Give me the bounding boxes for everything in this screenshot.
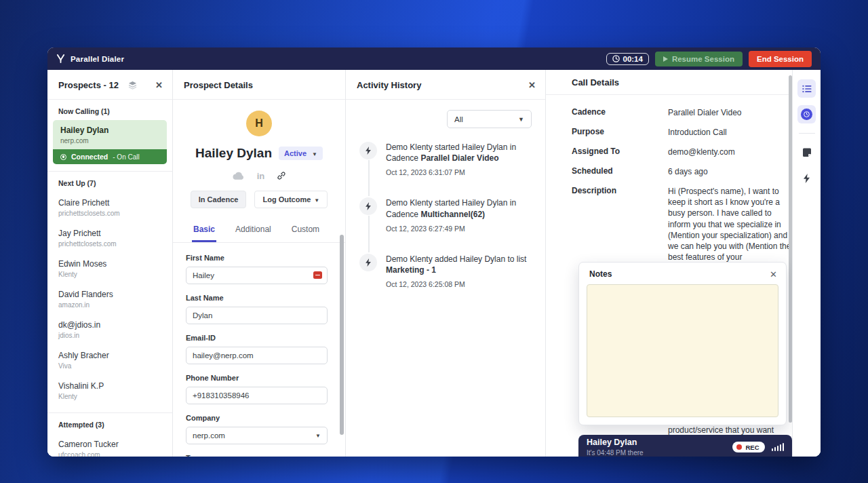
prospect-name: Edwin Moses xyxy=(58,259,161,269)
activity-text: Demo Klenty added Hailey Dylan to list xyxy=(386,254,526,264)
timeline-connector xyxy=(368,216,370,252)
prospect-name: Ashly Bracher xyxy=(58,351,161,360)
cloud-icon[interactable] xyxy=(232,172,245,180)
activity-text-bold: Parallel Dialer Video xyxy=(420,153,498,163)
detail-value: Parallel Dialer Video xyxy=(668,107,792,118)
log-outcome-label: Log Outcome xyxy=(262,195,311,204)
close-prospects-icon[interactable]: ✕ xyxy=(155,81,163,90)
phone-field[interactable] xyxy=(186,387,328,404)
list-item[interactable]: Vishalini K.P Klenty xyxy=(47,375,172,406)
tags-label: Tags xyxy=(186,454,328,457)
notes-note-icon[interactable] xyxy=(797,143,816,161)
do-not-call-icon xyxy=(313,271,322,279)
call-details-list-icon[interactable] xyxy=(797,79,816,98)
detail-label: Scheduled xyxy=(572,166,668,177)
prospects-title: Prospects - 12 xyxy=(58,80,119,90)
phone-label: Phone Number xyxy=(186,374,328,382)
activity-date: Oct 12, 2023 6:31:07 PM xyxy=(386,168,532,176)
detail-tabs: Basic Additional Custom xyxy=(173,220,345,243)
call-bar-name: Hailey Dylan xyxy=(587,438,644,447)
call-details-title: Call Details xyxy=(572,77,619,88)
resume-session-label: Resume Session xyxy=(672,55,734,63)
list-item[interactable]: Cameron Tucker ufccoach.com xyxy=(47,433,172,457)
details-scrollbar[interactable] xyxy=(340,235,344,435)
tab-custom[interactable]: Custom xyxy=(290,220,321,242)
call-detail-row: Description Hi (Prospect's name), I want… xyxy=(572,186,792,263)
status-badge-label: Active xyxy=(284,149,307,157)
activity-text-bold: Multichannel(62) xyxy=(420,210,485,219)
tab-additional[interactable]: Additional xyxy=(234,220,273,242)
last-name-label: Last Name xyxy=(186,294,328,302)
activity-item: Demo Klenty started Hailey Dylan in Cade… xyxy=(359,142,532,197)
link-icon[interactable] xyxy=(277,171,286,180)
list-item[interactable]: Edwin Moses Klenty xyxy=(47,253,172,284)
current-prospect-name: Hailey Dylan xyxy=(60,125,159,135)
signal-strength-icon xyxy=(772,443,785,451)
linkedin-icon[interactable]: in xyxy=(257,172,265,180)
call-detail-row: Assigned To demo@klenty.com xyxy=(572,147,792,157)
play-icon xyxy=(663,56,668,62)
list-item[interactable]: David Flanders amazon.in xyxy=(47,284,172,314)
notes-textarea[interactable] xyxy=(587,284,778,417)
status-badge[interactable]: Active ▼ xyxy=(279,147,323,160)
activity-item: Demo Klenty added Hailey Dylan to list M… xyxy=(359,254,532,309)
activity-item: Demo Klenty started Hailey Dylan in Cade… xyxy=(359,197,532,253)
now-calling-card[interactable]: Hailey Dylan nerp.com Connected - On Cal… xyxy=(53,120,167,164)
connected-radio-icon xyxy=(60,154,66,160)
list-item[interactable]: Jay Prichett prichettclosets.com xyxy=(47,223,172,253)
resume-session-button[interactable]: Resume Session xyxy=(655,52,743,66)
call-history-clock-icon[interactable] xyxy=(797,105,816,123)
tab-basic[interactable]: Basic xyxy=(192,220,216,242)
in-cadence-chip: In Cadence xyxy=(191,191,247,208)
chevron-down-icon: ▼ xyxy=(314,197,319,204)
prospect-company: prichettsclosets.com xyxy=(58,210,161,217)
detail-label: Assigned To xyxy=(572,147,668,157)
close-notes-icon[interactable]: ✕ xyxy=(770,270,777,279)
description-label: Description xyxy=(572,186,668,263)
prospect-company: jdios.in xyxy=(58,332,161,339)
list-item[interactable]: Claire Prichett prichettsclosets.com xyxy=(47,192,172,223)
detail-label: Cadence xyxy=(572,107,668,118)
prospect-name: dk@jdios.in xyxy=(58,320,161,330)
last-name-field[interactable] xyxy=(186,307,328,324)
quick-actions-bolt-icon[interactable] xyxy=(797,169,816,187)
parallel-dialer-icon xyxy=(56,54,65,63)
timer-value: 00:14 xyxy=(623,55,643,63)
current-prospect-company: nerp.com xyxy=(60,137,159,144)
prospect-company: prichettclosets.com xyxy=(58,240,161,248)
connected-status-bar: Connected - On Call xyxy=(53,149,167,164)
avatar: H xyxy=(246,111,272,136)
next-up-label: Next Up (7) xyxy=(47,172,172,192)
prospect-name: Cameron Tucker xyxy=(58,440,161,449)
email-label: Email-ID xyxy=(186,334,328,342)
first-name-field[interactable] xyxy=(186,267,328,284)
company-select[interactable]: nerp.com ▼ xyxy=(186,427,328,444)
chevron-down-icon: ▼ xyxy=(312,151,317,157)
log-outcome-button[interactable]: Log Outcome▼ xyxy=(254,191,328,208)
record-dot-icon xyxy=(736,444,742,450)
prospect-name: David Flanders xyxy=(58,290,161,299)
prospect-details-title: Prospect Details xyxy=(184,80,253,90)
end-session-button[interactable]: End Session xyxy=(749,51,812,67)
close-activity-icon[interactable]: ✕ xyxy=(528,81,536,90)
lightning-icon xyxy=(359,142,377,159)
call-detail-row: Scheduled 6 days ago xyxy=(572,166,792,177)
detail-value: 6 days ago xyxy=(668,166,792,177)
call-detail-row: Cadence Parallel Dialer Video xyxy=(572,107,792,118)
side-icon-rail xyxy=(792,70,821,457)
detail-value: demo@klenty.com xyxy=(668,147,792,157)
activity-filter-select[interactable]: All ▼ xyxy=(447,110,532,128)
divider xyxy=(799,133,815,134)
list-item[interactable]: dk@jdios.in jdios.in xyxy=(47,314,172,345)
list-item[interactable]: Ashly Bracher Viva xyxy=(47,345,172,375)
chevron-down-icon: ▼ xyxy=(315,433,321,439)
rec-label: REC xyxy=(745,444,759,451)
activity-filter-value: All xyxy=(454,115,463,123)
prospect-details-panel: Prospect Details H Hailey Dylan Active ▼… xyxy=(173,70,346,457)
timeline-connector xyxy=(368,160,370,196)
on-call-note: - On Call xyxy=(113,153,139,161)
layers-icon[interactable] xyxy=(128,81,137,90)
email-field[interactable] xyxy=(186,347,328,364)
activity-date: Oct 12, 2023 6:27:49 PM xyxy=(386,225,532,233)
prospects-panel: Prospects - 12 ✕ Now Calling (1) Hailey … xyxy=(47,70,173,457)
